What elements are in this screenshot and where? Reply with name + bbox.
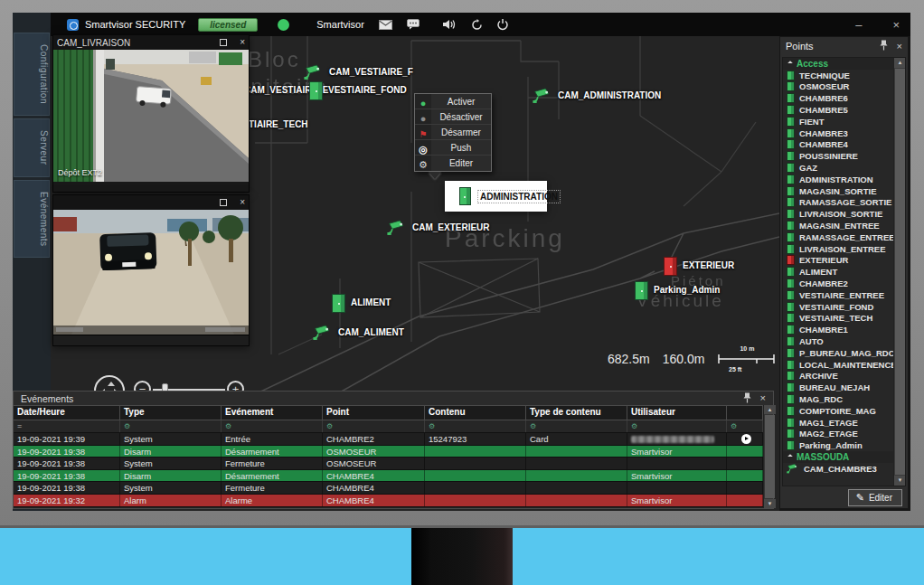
points-list-item[interactable]: P_BUREAU_MAG_RDC (783, 347, 893, 359)
points-list-item[interactable]: VESTIAIRE_TECH (783, 313, 893, 325)
maximize-icon[interactable] (220, 39, 227, 46)
points-list-item[interactable]: MAGASIN_ENTREE (783, 220, 893, 231)
events-scrollbar[interactable]: ▲ ▼ (763, 405, 773, 508)
filter-cell[interactable] (727, 420, 763, 432)
points-list-item[interactable]: Parking_Admin (783, 439, 893, 451)
points-list-item[interactable]: LOCAL_MAINTENENCE (783, 359, 893, 371)
map-point-marker[interactable]: VESTIAIRE_FOND (309, 81, 407, 100)
points-list-item[interactable]: MAG2_ETAGE (783, 429, 893, 440)
points-list-item[interactable]: CHAMBRE2 (783, 278, 893, 289)
context-menu-item[interactable]: Désarmer (415, 125, 491, 140)
table-row[interactable]: 19-09-2021 19:38 System Fermeture CHAMBR… (14, 482, 763, 495)
pin-icon[interactable] (880, 40, 888, 52)
points-list-item[interactable]: COMPTOIRE_MAG (783, 405, 893, 417)
scrollbar-thumb[interactable] (895, 69, 905, 475)
column-header[interactable]: Utilisateur (627, 406, 727, 420)
volume-icon[interactable] (443, 19, 457, 30)
points-list-item[interactable]: LIVRAISON_SORTIE (783, 208, 893, 220)
points-list-item[interactable]: FIENT (783, 116, 893, 127)
points-list-item[interactable]: GAZ (783, 162, 893, 174)
points-list-item[interactable]: CHAMBRE1 (783, 324, 893, 335)
power-icon[interactable] (497, 19, 508, 31)
close-icon[interactable]: × (240, 198, 245, 207)
table-row[interactable]: 19-09-2021 19:38 System Fermeture OSMOSE… (14, 458, 763, 470)
filter-cell[interactable] (222, 420, 323, 432)
table-row[interactable]: 19-09-2021 19:32 Alarm Alarme CHAMBRE4 S… (14, 495, 763, 507)
column-header[interactable]: Type (120, 406, 222, 420)
map-point-marker[interactable]: CAM_ADMINISTRATION (533, 87, 661, 104)
points-list-item[interactable]: RAMASSAGE_SORTIE (783, 197, 893, 209)
points-list-item[interactable]: EXTERIEUR (783, 255, 893, 267)
pin-icon[interactable] (743, 392, 751, 405)
scrollbar-thumb[interactable] (765, 415, 775, 498)
map-point-marker[interactable]: EXTERIEUR (664, 257, 734, 276)
filter-cell[interactable] (627, 420, 727, 432)
points-list-item[interactable]: AUTO (783, 335, 893, 347)
table-row[interactable]: 19-09-2021 19:38 Disarm Désarmement OSMO… (14, 446, 763, 458)
points-list-item[interactable]: ARCHIVE (783, 371, 893, 382)
column-header[interactable] (727, 406, 763, 420)
points-list-item[interactable]: ADMINISTRATION (783, 174, 893, 185)
points-list-item[interactable]: MASSOUDA (783, 451, 893, 463)
points-list-item[interactable]: LIVRAISON_ENTREE (783, 243, 893, 255)
points-list-item[interactable]: Access (783, 58, 893, 70)
chat-icon[interactable] (407, 19, 420, 30)
scroll-down-icon[interactable]: ▼ (764, 499, 776, 508)
points-list-item[interactable]: CHAMBRE3 (783, 127, 893, 139)
map-point-marker[interactable]: Parking_Admin (635, 281, 720, 300)
scroll-down-icon[interactable]: ▼ (894, 476, 906, 486)
refresh-icon[interactable] (471, 19, 483, 31)
column-header[interactable]: Type de contenu (526, 406, 627, 420)
points-list-item[interactable]: CHAMBRE4 (783, 139, 893, 151)
points-list-item[interactable]: ALIMENT (783, 266, 893, 278)
scroll-up-icon[interactable]: ▲ (894, 58, 906, 68)
context-menu-item[interactable]: Push (415, 140, 491, 156)
collapse-arrow-icon[interactable] (787, 61, 793, 67)
maximize-icon[interactable] (220, 199, 227, 206)
sidebar-tab[interactable]: Evénements (14, 180, 50, 259)
column-header[interactable]: Evénement (222, 406, 323, 420)
map-point-marker[interactable]: ALIMENT (332, 294, 391, 313)
table-row[interactable]: 19-09-2021 19:38 Disarm Désarmement CHAM… (14, 470, 763, 483)
points-scrollbar[interactable]: ▲ ▼ (893, 58, 905, 486)
collapse-arrow-icon[interactable] (787, 455, 793, 460)
close-icon[interactable]: × (760, 393, 766, 403)
column-header[interactable]: Date/Heure (14, 406, 120, 420)
points-list-item[interactable]: MAG_RDC (783, 393, 893, 405)
filter-cell[interactable] (526, 420, 627, 432)
points-list-item[interactable]: VESTIAIRE_FOND (783, 301, 893, 313)
points-list-item[interactable]: POUSSINIERE (783, 150, 893, 162)
camera-window-titlebar[interactable]: × (53, 195, 249, 210)
points-list-item[interactable]: CHAMBRE6 (783, 92, 893, 104)
points-list-item[interactable]: MAG1_ETAGE (783, 417, 893, 429)
play-button[interactable] (741, 434, 751, 444)
filter-cell[interactable] (425, 420, 526, 432)
context-menu-item[interactable]: Activer (415, 94, 491, 109)
filter-cell[interactable]: = (14, 420, 120, 432)
context-menu-item[interactable]: Désactiver (415, 109, 491, 125)
points-list-item[interactable]: TECHNIQUE (783, 70, 893, 81)
map-point-marker[interactable]: CAM_VESTIAIRE_F (304, 63, 413, 80)
scroll-up-icon[interactable]: ▲ (764, 405, 776, 414)
points-list-item[interactable]: BUREAU_NEJAH (783, 382, 893, 393)
sidebar-tab[interactable]: Configuration (14, 33, 50, 116)
points-list-item[interactable]: VESTIAIRE_ENTREE (783, 289, 893, 301)
close-icon[interactable]: × (240, 38, 245, 47)
close-button[interactable]: × (892, 19, 900, 31)
edit-button[interactable]: ✎ Editer (848, 489, 902, 506)
map-point-marker[interactable]: CAM_ALIMENT (313, 324, 404, 341)
close-icon[interactable]: × (897, 42, 902, 52)
camera-window-titlebar[interactable]: CAM_LIVRAISON × (53, 35, 249, 50)
mail-icon[interactable] (379, 20, 392, 30)
column-header[interactable]: Point (323, 406, 425, 420)
minimize-button[interactable]: – (855, 19, 862, 31)
table-row[interactable]: 19-09-2021 19:39 System Entrée CHAMBRE2 … (14, 433, 763, 446)
points-list-item[interactable]: CAM_CHAMBRE3 (783, 463, 893, 475)
filter-cell[interactable] (323, 420, 425, 432)
points-list-item[interactable]: CHAMBRE5 (783, 104, 893, 116)
points-list-item[interactable]: RAMASSAGE_ENTREE (783, 231, 893, 243)
selected-point-box[interactable]: ADMINISTRATION (445, 181, 547, 212)
points-list-item[interactable]: OSMOSEUR (783, 81, 893, 93)
column-header[interactable]: Contenu (425, 406, 526, 420)
map-point-marker[interactable]: CAM_EXTERIEUR (387, 219, 490, 236)
